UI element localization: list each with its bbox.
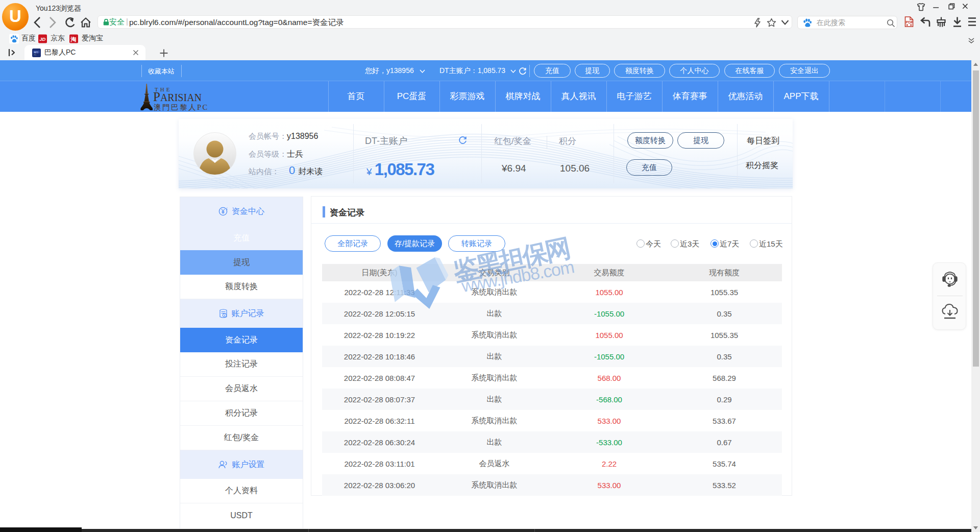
svg-text:PC: PC bbox=[34, 54, 37, 56]
svg-text:澳門巴黎人PC: 澳門巴黎人PC bbox=[154, 103, 209, 111]
svg-text:淘: 淘 bbox=[70, 36, 77, 42]
svg-text:PDF: PDF bbox=[905, 20, 913, 25]
svg-text:JD: JD bbox=[39, 36, 45, 42]
svg-text:PARISIAN: PARISIAN bbox=[153, 90, 202, 104]
